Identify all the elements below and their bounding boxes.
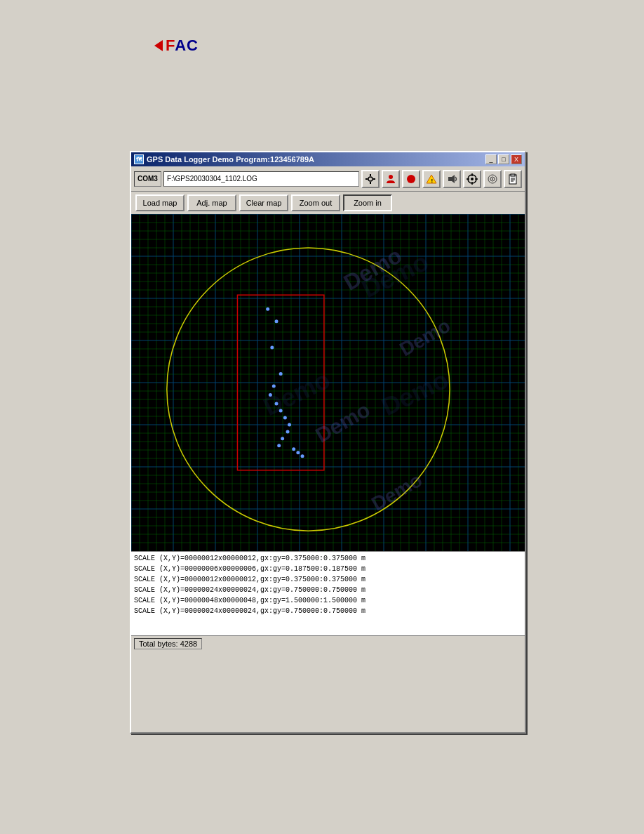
status-bar: Total bytes: 4288 xyxy=(131,635,525,651)
status-value: 4288 xyxy=(180,640,197,648)
title-icon: 🗺 xyxy=(134,154,144,164)
status-label: Total bytes: xyxy=(139,640,178,648)
log-line: SCALE (X,Y)=00000012x00000012,gx:gy=0.37… xyxy=(134,553,522,564)
svg-rect-4 xyxy=(373,178,375,180)
title-bar: 🗺 GPS Data Logger Demo Program:123456789… xyxy=(131,152,525,166)
load-map-button[interactable]: Load map xyxy=(135,194,185,211)
svg-point-6 xyxy=(407,175,415,183)
clear-map-button[interactable]: Clear map xyxy=(239,194,288,211)
svg-point-0 xyxy=(368,177,373,181)
zoom-in-button[interactable]: Zoom in xyxy=(343,194,392,211)
com-port-display: COM3 xyxy=(134,171,161,187)
logo-area: FAC xyxy=(154,37,199,55)
svg-marker-9 xyxy=(448,175,455,183)
minimize-button[interactable]: _ xyxy=(485,154,497,164)
svg-rect-3 xyxy=(365,178,368,180)
log-line: SCALE (X,Y)=00000024x00000024,gx:gy=0.75… xyxy=(134,606,522,616)
satellite-icon-button[interactable] xyxy=(483,170,502,188)
red-dot-icon-button[interactable] xyxy=(402,170,420,188)
svg-rect-20 xyxy=(511,174,515,176)
svg-point-5 xyxy=(389,175,393,179)
svg-rect-1 xyxy=(370,174,371,176)
log-area[interactable]: SCALE (X,Y)=00000012x00000012,gx:gy=0.37… xyxy=(131,551,525,635)
toolbar: COM3 F:\GPS20030304_1102.LOG xyxy=(131,166,525,192)
maximize-button[interactable]: □ xyxy=(498,154,509,164)
map-buttons-row: Load map Adj. map Clear map Zoom out Zoo… xyxy=(131,192,525,214)
title-bar-left: 🗺 GPS Data Logger Demo Program:123456789… xyxy=(134,154,314,164)
zoom-out-button[interactable]: Zoom out xyxy=(291,194,340,211)
log-line: SCALE (X,Y)=00000012x00000012,gx:gy=0.37… xyxy=(134,574,522,585)
file-path-display: F:\GPS20030304_1102.LOG xyxy=(163,171,359,187)
warning-icon-button[interactable]: ! xyxy=(422,170,441,188)
speaker-icon-button[interactable] xyxy=(443,170,461,188)
title-buttons: _ □ X xyxy=(485,154,522,164)
log-line: SCALE (X,Y)=00000006x00000006,gx:gy=0.18… xyxy=(134,564,522,574)
clipboard-icon-button[interactable] xyxy=(504,170,522,188)
svg-point-11 xyxy=(471,178,474,180)
close-button[interactable]: X xyxy=(511,154,522,164)
title-text: GPS Data Logger Demo Program:123456789A xyxy=(147,155,314,164)
target-icon-button[interactable] xyxy=(463,170,481,188)
svg-rect-2 xyxy=(370,182,371,184)
main-window: 🗺 GPS Data Logger Demo Program:123456789… xyxy=(130,151,526,734)
logo-arrow-icon xyxy=(154,40,163,51)
log-line: SCALE (X,Y)=00000048x00000048,gx:gy=1.50… xyxy=(134,595,522,606)
svg-point-18 xyxy=(492,178,493,180)
map-canvas xyxy=(131,214,525,551)
settings-icon-button[interactable] xyxy=(361,170,380,188)
adj-map-button[interactable]: Adj. map xyxy=(187,194,236,211)
log-line: SCALE (X,Y)=00000024x00000024,gx:gy=0.75… xyxy=(134,585,522,595)
person-icon-button[interactable] xyxy=(382,170,400,188)
status-panel: Total bytes: 4288 xyxy=(134,638,202,649)
logo-text: FAC xyxy=(166,37,199,55)
map-area: Demo Demo Demo Demo xyxy=(131,214,525,551)
svg-text:!: ! xyxy=(431,177,434,183)
